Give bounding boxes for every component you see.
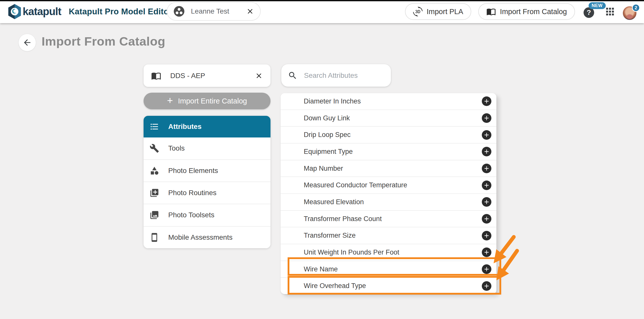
library-add-icon <box>150 188 159 198</box>
attribute-name: Drip Loop Spec <box>304 131 482 139</box>
import-pla-label: Import PLA <box>427 8 463 16</box>
selected-catalog-card: DDS - AEP <box>144 64 270 87</box>
open-model-tab[interactable]: Leanne Test <box>167 2 261 21</box>
attribute-name: Transformer Size <box>304 232 482 239</box>
add-attribute-button[interactable] <box>482 164 491 173</box>
selected-catalog-name: DDS - AEP <box>170 72 255 80</box>
wrench-icon <box>150 144 159 153</box>
import-entire-catalog-label: Import Entire Catalog <box>178 97 247 105</box>
attribute-row: Map Number <box>281 160 496 177</box>
attribute-row: Transformer Size <box>281 227 496 244</box>
plus-icon <box>483 182 490 189</box>
attribute-name: Down Guy Link <box>304 114 482 122</box>
nav-label: Tools <box>168 144 185 152</box>
plus-icon <box>483 131 490 138</box>
smartphone-icon <box>150 233 159 242</box>
list-icon <box>150 122 159 131</box>
plus-icon <box>483 198 490 205</box>
attribute-row: Diameter In Inches <box>281 93 496 110</box>
top-bar: katapult Katapult Pro Model Editor Leann… <box>0 0 644 23</box>
attribute-row: Equipment Type <box>281 144 496 160</box>
search-attributes-input[interactable] <box>304 72 380 80</box>
book-icon <box>486 7 496 16</box>
nav-item-mobile-assessments[interactable]: Mobile Assessments <box>144 227 270 248</box>
import-entire-catalog-button[interactable]: + Import Entire Catalog <box>144 93 270 109</box>
add-attribute-button[interactable] <box>482 231 491 240</box>
3d-rotation-icon <box>413 7 423 16</box>
add-attribute-button[interactable] <box>482 214 491 224</box>
arrow-back-icon <box>22 38 32 47</box>
nav-item-photo-elements[interactable]: Photo Elements <box>144 160 270 182</box>
attribute-name: Transformer Phase Count <box>304 215 482 223</box>
add-attribute-button[interactable] <box>482 181 491 190</box>
notification-badge: 2 <box>632 4 640 12</box>
apps-grid-icon[interactable] <box>604 6 616 17</box>
attribute-name: Wire Overhead Type <box>304 282 482 290</box>
model-icon <box>173 6 185 17</box>
brand-wordmark: katapult <box>23 6 61 18</box>
plus-icon <box>483 232 490 239</box>
arrow-to-wire-overhead-type <box>501 251 517 274</box>
add-attribute-button[interactable] <box>482 147 491 156</box>
new-badge: NEW <box>589 2 606 9</box>
search-attributes-card <box>281 64 391 87</box>
plus-icon <box>483 249 490 256</box>
close-tab-icon[interactable] <box>246 7 254 15</box>
plus-icon <box>483 282 490 290</box>
attribute-row: Transformer Phase Count <box>281 211 496 228</box>
plus-icon <box>483 266 490 273</box>
add-attribute-button[interactable] <box>482 113 491 123</box>
nav-label: Mobile Assessments <box>168 233 232 241</box>
attribute-row: Measured Elevation <box>281 194 496 211</box>
app-title: Katapult Pro Model Editor <box>69 7 172 16</box>
photo-library-icon <box>150 210 159 220</box>
add-attribute-button[interactable] <box>482 264 491 274</box>
attributes-list: Diameter In Inches Down Guy Link Drip Lo… <box>281 93 496 294</box>
plus-icon <box>483 115 490 122</box>
import-from-catalog-button[interactable]: Import From Catalog <box>478 3 575 20</box>
attribute-name: Diameter In Inches <box>304 97 482 105</box>
shapes-icon <box>150 166 159 175</box>
plus-icon: + <box>167 95 173 105</box>
top-bar-actions: Import PLA Import From Catalog ? NEW 2 <box>405 0 637 23</box>
plus-icon <box>483 148 490 155</box>
tab-label: Leanne Test <box>191 7 246 15</box>
attribute-row: Drip Loop Spec <box>281 127 496 144</box>
add-attribute-button[interactable] <box>482 130 491 140</box>
page-title: Import From Catalog <box>42 34 165 48</box>
user-avatar-wrap: 2 <box>623 3 637 20</box>
nav-item-photo-routines[interactable]: Photo Routines <box>144 182 270 204</box>
nav-label: Photo Routines <box>168 189 216 197</box>
help-button[interactable]: ? NEW <box>582 3 597 20</box>
nav-item-attributes[interactable]: Attributes <box>144 116 270 137</box>
attribute-row: Unit Weight In Pounds Per Foot <box>281 244 496 261</box>
arrow-to-wire-name <box>498 237 514 257</box>
nav-label: Attributes <box>168 123 201 131</box>
attribute-row: Measured Conductor Temperature <box>281 177 496 194</box>
clear-catalog-icon[interactable] <box>255 72 263 80</box>
katapult-hexagon-icon <box>8 4 21 19</box>
plus-icon <box>483 215 490 222</box>
book-icon <box>151 71 161 81</box>
top-border <box>0 0 644 1</box>
attribute-name: Unit Weight In Pounds Per Foot <box>304 249 482 256</box>
add-attribute-button[interactable] <box>482 96 491 106</box>
add-attribute-button[interactable] <box>482 197 491 207</box>
search-icon <box>288 71 297 80</box>
attribute-name: Equipment Type <box>304 148 482 156</box>
attribute-name: Wire Name <box>304 265 482 273</box>
nav-label: Photo Elements <box>168 167 218 175</box>
nav-label: Photo Toolsets <box>168 211 214 219</box>
add-attribute-button[interactable] <box>482 247 491 257</box>
attribute-name: Map Number <box>304 165 482 172</box>
attribute-row-wire-overhead-type: Wire Overhead Type <box>281 278 496 294</box>
nav-item-photo-toolsets[interactable]: Photo Toolsets <box>144 204 270 226</box>
add-attribute-button[interactable] <box>482 281 491 291</box>
back-button[interactable] <box>18 34 36 51</box>
import-from-catalog-label: Import From Catalog <box>500 8 567 16</box>
model-editor-screen: katapult Katapult Pro Model Editor Leann… <box>0 0 644 319</box>
import-pla-button[interactable]: Import PLA <box>405 3 471 20</box>
attribute-name: Measured Conductor Temperature <box>304 181 482 189</box>
nav-item-tools[interactable]: Tools <box>144 137 270 160</box>
catalog-section-nav: Attributes Tools Photo Elements Photo Ro… <box>144 116 270 248</box>
